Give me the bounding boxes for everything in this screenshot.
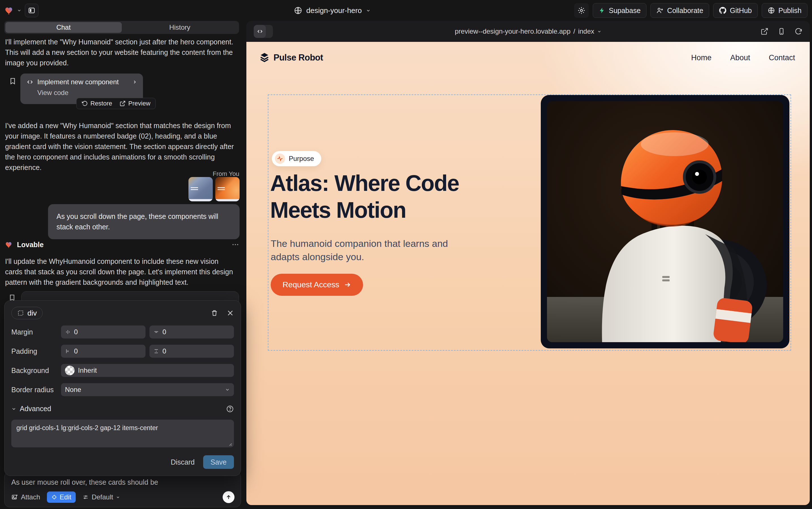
padding-y-input[interactable]: 0 — [149, 345, 234, 358]
site-brand-name: Pulse Robot — [273, 53, 323, 63]
padding-x-input[interactable]: 0 — [61, 345, 146, 358]
trash-icon[interactable] — [211, 309, 218, 317]
site-brand[interactable]: Pulse Robot — [259, 52, 323, 63]
top-bar: design-your-hero Supabase Co — [0, 0, 812, 21]
site-nav: Home About Contact — [691, 54, 795, 62]
refresh-icon[interactable] — [795, 27, 802, 35]
border-radius-select[interactable]: None — [61, 383, 234, 396]
border-radius-value: None — [65, 386, 81, 394]
chevron-down-icon — [11, 406, 16, 411]
margin-y-icon — [153, 329, 159, 335]
request-access-label: Request Access — [283, 280, 339, 289]
open-preview-icon — [119, 100, 126, 107]
agent-row: Lovable — [5, 240, 239, 249]
publish-button[interactable]: Publish — [762, 3, 808, 18]
margin-label: Margin — [11, 328, 57, 336]
assistant-message: I'll implement the "Why Humanoid" sectio… — [5, 37, 236, 68]
code-icon — [27, 79, 33, 86]
toggle-sidebar-button[interactable] — [25, 4, 38, 17]
margin-x-value: 0 — [74, 328, 78, 336]
restore-label: Restore — [90, 100, 112, 107]
publish-label: Publish — [778, 6, 802, 15]
supabase-button[interactable]: Supabase — [593, 3, 647, 18]
sidebar-tabs: Chat History — [4, 21, 239, 34]
selected-element-pill[interactable]: div — [11, 307, 43, 319]
padding-x-icon — [65, 348, 71, 354]
request-access-button[interactable]: Request Access — [271, 274, 363, 296]
save-button[interactable]: Save — [203, 455, 234, 469]
external-link-icon[interactable] — [761, 27, 769, 35]
code-icon — [254, 25, 266, 38]
border-radius-label: Border radius — [11, 386, 57, 394]
supabase-label: Supabase — [609, 6, 641, 15]
assistant-message: I'll update the WhyHumanoid component to… — [5, 256, 236, 287]
collaborate-button[interactable]: Collaborate — [651, 3, 709, 18]
advanced-section-toggle[interactable]: Advanced — [20, 405, 51, 413]
padding-label: Padding — [11, 347, 57, 355]
collaborate-label: Collaborate — [667, 6, 703, 15]
view-code-link[interactable]: View code — [37, 89, 137, 97]
chat-input[interactable]: As user mouse roll over, these cards sho… — [11, 478, 234, 486]
chevron-down-icon — [597, 29, 601, 34]
tab-history[interactable]: History — [122, 22, 238, 33]
tailwind-classes-textarea[interactable]: grid grid-cols-1 lg:grid-cols-2 gap-12 i… — [11, 420, 234, 447]
bookmark-icon[interactable] — [9, 77, 16, 85]
chevron-down-icon — [225, 387, 230, 392]
margin-y-input[interactable]: 0 — [149, 326, 234, 338]
padding-y-value: 0 — [162, 347, 166, 355]
preview-url-dropdown[interactable]: preview--design-your-hero.lovable.app / … — [455, 27, 601, 35]
chevron-down-icon — [116, 495, 120, 499]
more-horizontal-icon[interactable] — [231, 241, 239, 248]
discard-button[interactable]: Discard — [171, 458, 195, 466]
project-switcher[interactable]: design-your-hero — [294, 0, 371, 21]
code-view-toggle[interactable] — [254, 25, 273, 38]
project-name: design-your-hero — [306, 6, 362, 15]
settings-button[interactable] — [574, 3, 589, 18]
send-button[interactable] — [223, 491, 234, 503]
user-message-bubble: As you scroll down the page, these compo… — [48, 204, 239, 239]
close-icon[interactable] — [227, 309, 234, 317]
chevron-down-icon — [366, 8, 371, 13]
nav-about[interactable]: About — [730, 54, 750, 62]
background-input[interactable]: Inherit — [61, 364, 234, 377]
globe-icon — [294, 6, 302, 15]
github-icon — [719, 7, 726, 14]
send-arrow-icon — [225, 494, 232, 500]
assistant-message: I've added a new "Why Humanoid" section … — [5, 121, 236, 173]
background-label: Background — [11, 367, 57, 375]
preview-panel: preview--design-your-hero.lovable.app / … — [246, 21, 810, 505]
site-header: Pulse Robot Home About Contact — [246, 42, 810, 63]
dashed-box-icon — [17, 310, 24, 316]
attachment-image[interactable] — [188, 177, 213, 201]
crosshair-icon — [51, 494, 57, 500]
lovable-heart-icon — [5, 240, 13, 249]
lovable-heart-icon — [4, 5, 15, 15]
restore-button[interactable]: Restore — [82, 100, 112, 107]
github-button[interactable]: GitHub — [713, 3, 758, 18]
padding-x-value: 0 — [74, 347, 78, 355]
preview-button[interactable]: Preview — [119, 100, 150, 107]
margin-x-input[interactable]: 0 — [61, 326, 146, 338]
nav-home[interactable]: Home — [691, 54, 711, 62]
margin-x-icon — [65, 329, 71, 335]
tab-chat[interactable]: Chat — [5, 22, 122, 33]
edit-mode-button[interactable]: Edit — [47, 491, 76, 503]
from-you-label: From You — [213, 170, 239, 178]
lovable-menu-button[interactable] — [4, 5, 22, 15]
supabase-bolt-icon — [599, 7, 605, 14]
mode-label: Default — [91, 493, 113, 501]
attach-button[interactable]: Attach — [11, 493, 40, 501]
preview-url-separator: / — [573, 27, 575, 35]
chat-composer: As user mouse roll over, these cards sho… — [4, 472, 241, 507]
smartphone-icon[interactable] — [778, 27, 785, 35]
element-tag: div — [27, 309, 37, 317]
chevron-down-icon — [17, 8, 22, 13]
attach-label: Attach — [21, 493, 40, 501]
element-inspector-panel: div Margin 0 — [4, 300, 241, 476]
attachment-image[interactable] — [215, 177, 239, 201]
help-icon[interactable] — [226, 405, 234, 413]
nav-contact[interactable]: Contact — [769, 54, 795, 62]
mode-select[interactable]: Default — [82, 493, 120, 501]
background-value: Inherit — [78, 367, 97, 374]
user-plus-icon — [656, 7, 664, 14]
